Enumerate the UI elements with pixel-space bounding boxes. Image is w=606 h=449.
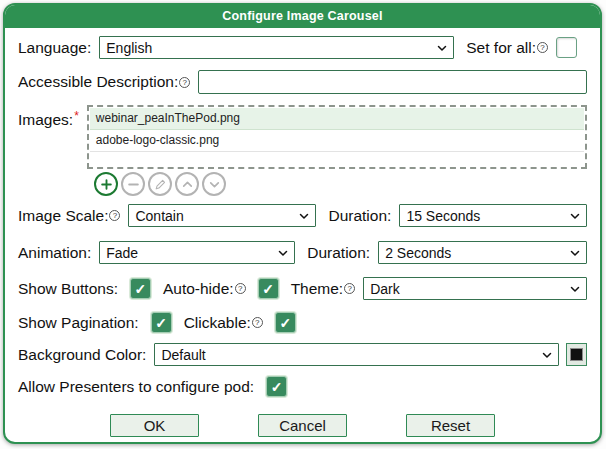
chevron-down-icon (541, 349, 553, 361)
images-toolbar (94, 172, 587, 196)
help-icon[interactable]: ? (252, 317, 263, 328)
chevron-down-icon (569, 247, 581, 259)
show-pagination-checkbox[interactable]: ✓ (151, 312, 172, 333)
show-pagination-row: Show Pagination: ✓ Clickable: ? ✓ (18, 312, 587, 333)
color-swatch (571, 349, 582, 360)
accessible-description-label: Accessible Description: (18, 73, 178, 91)
theme-select[interactable]: Dark (363, 277, 587, 300)
language-select-value: English (106, 40, 152, 56)
image-scale-row: Image Scale: ? Contain Duration: 15 Seco… (18, 204, 587, 227)
check-icon: ✓ (135, 281, 147, 297)
plus-icon (100, 178, 113, 191)
auto-hide-label: Auto-hide: (163, 280, 234, 298)
set-for-all-label: Set for all: (466, 39, 536, 57)
help-icon[interactable]: ? (235, 283, 246, 294)
check-icon: ✓ (271, 379, 283, 395)
pencil-icon (154, 178, 167, 191)
cancel-button[interactable]: Cancel (258, 414, 347, 437)
background-color-select[interactable]: Default (154, 343, 559, 366)
edit-image-button[interactable] (148, 172, 172, 196)
images-row: Images:* webinar_peaInThePod.png adobe-l… (18, 105, 587, 169)
show-buttons-label: Show Buttons: (18, 280, 118, 298)
move-down-button[interactable] (202, 172, 226, 196)
show-buttons-checkbox[interactable]: ✓ (130, 278, 151, 299)
chevron-down-icon (569, 283, 581, 295)
allow-presenters-label: Allow Presenters to configure pod: (18, 378, 254, 396)
language-select[interactable]: English (99, 36, 454, 59)
allow-presenters-checkbox[interactable]: ✓ (266, 376, 287, 397)
chevron-down-icon (208, 178, 221, 191)
show-buttons-row: Show Buttons: ✓ Auto-hide: ? ✓ Theme: ? … (18, 277, 587, 300)
set-for-all-checkbox[interactable]: ✓ (556, 37, 577, 58)
clickable-checkbox[interactable]: ✓ (275, 312, 296, 333)
animation-duration-select[interactable]: 2 Seconds (378, 241, 587, 264)
chevron-down-icon (436, 42, 448, 54)
image-scale-select-value: Contain (135, 208, 183, 224)
background-color-label: Background Color: (18, 346, 146, 364)
color-swatch-button[interactable] (566, 343, 587, 366)
add-image-button[interactable] (94, 172, 118, 196)
image-scale-label: Image Scale: (18, 207, 108, 225)
remove-image-button[interactable] (121, 172, 145, 196)
help-icon[interactable]: ? (109, 210, 120, 221)
background-color-row: Background Color: Default (18, 343, 587, 366)
dialog-title: Configure Image Carousel (5, 5, 600, 28)
images-label: Images:* (18, 109, 79, 129)
animation-duration-label: Duration: (307, 244, 370, 262)
move-up-button[interactable] (175, 172, 199, 196)
chevron-up-icon (181, 178, 194, 191)
animation-row: Animation: Fade Duration: 2 Seconds (18, 241, 587, 264)
check-icon: ✓ (279, 315, 291, 331)
slide-duration-select-value: 15 Seconds (406, 208, 480, 224)
configure-image-carousel-dialog: Configure Image Carousel Language: Engli… (3, 3, 602, 444)
help-icon[interactable]: ? (344, 283, 355, 294)
background-color-select-value: Default (161, 347, 205, 363)
list-item[interactable]: webinar_peaInThePod.png (90, 108, 584, 130)
chevron-down-icon (298, 210, 310, 222)
images-listbox[interactable]: webinar_peaInThePod.png adobe-logo-class… (87, 105, 587, 169)
accessible-description-input[interactable] (198, 70, 587, 94)
theme-label: Theme: (291, 280, 344, 298)
animation-select[interactable]: Fade (99, 241, 295, 264)
animation-label: Animation: (18, 244, 91, 262)
footer-buttons: OK Cancel Reset (18, 414, 587, 437)
help-icon[interactable]: ? (537, 42, 548, 53)
animation-duration-select-value: 2 Seconds (385, 245, 451, 261)
allow-presenters-row: Allow Presenters to configure pod: ✓ (18, 376, 587, 397)
list-item[interactable]: adobe-logo-classic.png (90, 130, 584, 152)
clickable-label: Clickable: (184, 314, 251, 332)
language-label: Language: (18, 39, 91, 57)
image-scale-select[interactable]: Contain (128, 204, 316, 227)
animation-select-value: Fade (106, 245, 138, 261)
help-icon[interactable]: ? (179, 77, 190, 88)
show-pagination-label: Show Pagination: (18, 314, 139, 332)
chevron-down-icon (277, 247, 289, 259)
required-icon: * (74, 109, 79, 123)
chevron-down-icon (569, 210, 581, 222)
check-icon: ✓ (155, 315, 167, 331)
auto-hide-checkbox[interactable]: ✓ (258, 278, 279, 299)
theme-select-value: Dark (370, 281, 400, 297)
check-icon: ✓ (262, 281, 274, 297)
accessible-description-row: Accessible Description: ? (18, 70, 587, 94)
slide-duration-select[interactable]: 15 Seconds (399, 204, 587, 227)
minus-icon (127, 178, 140, 191)
language-row: Language: English Set for all: ? ✓ (18, 36, 587, 59)
slide-duration-label: Duration: (328, 207, 391, 225)
reset-button[interactable]: Reset (406, 414, 495, 437)
ok-button[interactable]: OK (110, 414, 199, 437)
